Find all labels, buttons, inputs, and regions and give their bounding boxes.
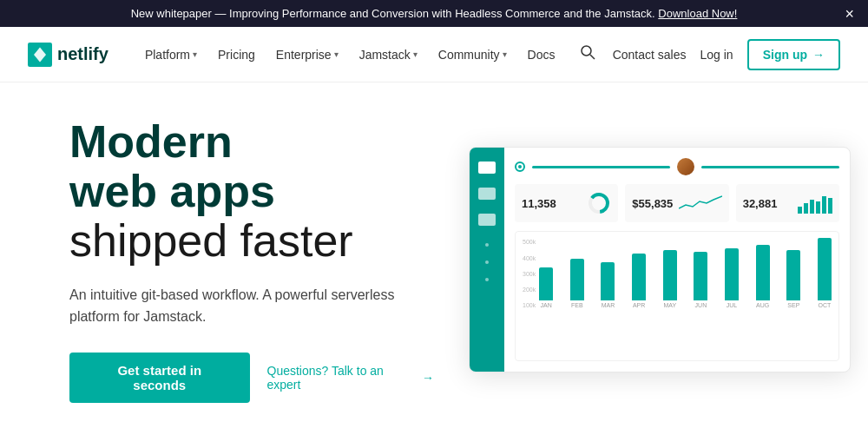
hero-actions: Get started in seconds Questions? Talk t…: [69, 353, 434, 403]
donut-chart: [587, 191, 611, 215]
nav-item-enterprise[interactable]: Enterprise ▾: [267, 41, 347, 69]
svg-rect-6: [804, 203, 808, 214]
bar-value: [539, 267, 553, 300]
dashboard-stats: 11,358 $55,835 32,881: [515, 184, 839, 222]
nav-item-docs[interactable]: Docs: [519, 41, 564, 69]
bar-value: [601, 262, 615, 300]
gear-icon: [515, 161, 525, 172]
header-line: [532, 166, 670, 168]
bar-value: [756, 245, 770, 300]
sidebar-calendar-icon: [478, 188, 496, 200]
bars-container: JAN FEB MAR: [539, 239, 832, 308]
login-button[interactable]: Log in: [700, 48, 733, 62]
nav-item-jamstack[interactable]: Jamstack ▾: [351, 41, 426, 69]
bar-value: [786, 250, 800, 300]
chevron-down-icon: ▾: [413, 49, 418, 59]
svg-rect-10: [828, 198, 832, 214]
user-avatar: [677, 158, 694, 175]
bar-jan: JAN: [539, 267, 553, 308]
bar-aug: AUG: [756, 245, 770, 308]
dashboard-header: [515, 158, 839, 175]
bar-oct: OCT: [818, 238, 832, 308]
logo-text: netlify: [57, 44, 108, 64]
hero-section: Modern web apps shipped faster An intuit…: [0, 82, 868, 435]
stat-value-2: $55,835: [632, 197, 673, 210]
nav-links: Platform ▾ Pricing Enterprise ▾ Jamstack…: [136, 41, 576, 69]
announcement-cta[interactable]: Download Now!: [658, 7, 737, 20]
bar-may: MAY: [663, 250, 677, 308]
search-icon: [580, 44, 595, 60]
bar-value: [694, 252, 707, 300]
header-line2: [701, 166, 839, 168]
chevron-down-icon: ▾: [503, 49, 507, 59]
nav-item-platform[interactable]: Platform ▾: [136, 41, 206, 69]
chart-body: 500k 400k 300k 200k 100k JAN: [523, 239, 832, 308]
bar-mar: MAR: [601, 262, 615, 308]
dashboard-main: 11,358 $55,835 32,881: [504, 148, 850, 372]
bar-value: [570, 259, 584, 300]
bar-value: [818, 238, 832, 300]
nav-actions: Contact sales Log in Sign up →: [576, 39, 840, 70]
svg-point-1: [582, 46, 591, 56]
bar-apr: APR: [632, 254, 646, 308]
dashboard-bar-chart: 500k 400k 300k 200k 100k JAN: [515, 231, 839, 361]
bar-jul: JUL: [725, 248, 739, 308]
contact-sales-button[interactable]: Contact sales: [613, 48, 687, 62]
close-announcement-button[interactable]: ×: [845, 6, 854, 22]
chevron-down-icon: ▾: [193, 49, 197, 59]
signup-button[interactable]: Sign up →: [747, 39, 840, 70]
nav-item-pricing[interactable]: Pricing: [209, 41, 264, 69]
stat-value-3: 32,881: [743, 197, 778, 210]
sidebar-dot: [485, 260, 489, 264]
sidebar-dot: [485, 243, 489, 247]
logo-link[interactable]: netlify: [28, 43, 108, 67]
main-nav: netlify Platform ▾ Pricing Enterprise ▾ …: [0, 27, 868, 82]
wave-chart: [679, 193, 722, 214]
svg-rect-9: [822, 196, 826, 214]
chevron-down-icon: ▾: [334, 49, 339, 59]
stat-card-1: 11,358: [515, 184, 618, 222]
stat-value-1: 11,358: [522, 197, 556, 210]
sidebar-settings-icon: [478, 214, 496, 226]
get-started-button[interactable]: Get started in seconds: [69, 353, 250, 403]
netlify-logo-icon: [28, 43, 52, 67]
talk-to-expert-link[interactable]: Questions? Talk to an expert →: [267, 364, 435, 392]
sidebar-dot: [485, 278, 489, 281]
bar-sep: SEP: [786, 250, 800, 308]
search-button[interactable]: [576, 41, 599, 68]
bar-jun: JUN: [694, 252, 707, 308]
announcement-bar: New whitepaper — Improving Performance a…: [0, 0, 868, 27]
announcement-text: New whitepaper — Improving Performance a…: [131, 7, 655, 20]
svg-rect-5: [798, 207, 802, 214]
bar-value: [663, 250, 677, 300]
hero-text: Modern web apps shipped faster An intuit…: [69, 117, 434, 403]
svg-rect-7: [810, 200, 814, 214]
stat-card-2: $55,835: [625, 184, 728, 222]
y-axis-labels: 500k 400k 300k 200k 100k: [523, 239, 536, 308]
dashboard-illustration: 11,358 $55,835 32,881: [469, 147, 851, 372]
bar-feb: FEB: [570, 259, 584, 308]
bar-value: [632, 254, 646, 300]
hero-title: Modern web apps shipped faster: [69, 117, 434, 267]
stat-card-3: 32,881: [736, 184, 839, 222]
nav-item-community[interactable]: Community ▾: [430, 41, 516, 69]
mini-bar-chart: [798, 193, 832, 214]
svg-rect-8: [816, 201, 820, 214]
hero-subtitle: An intuitive git-based workflow. A power…: [69, 284, 434, 328]
svg-line-2: [590, 55, 595, 59]
dashboard-sidebar: [470, 148, 504, 372]
hero-image: 11,358 $55,835 32,881: [469, 147, 851, 372]
sidebar-bar-icon: [478, 161, 496, 174]
bar-value: [725, 248, 739, 300]
